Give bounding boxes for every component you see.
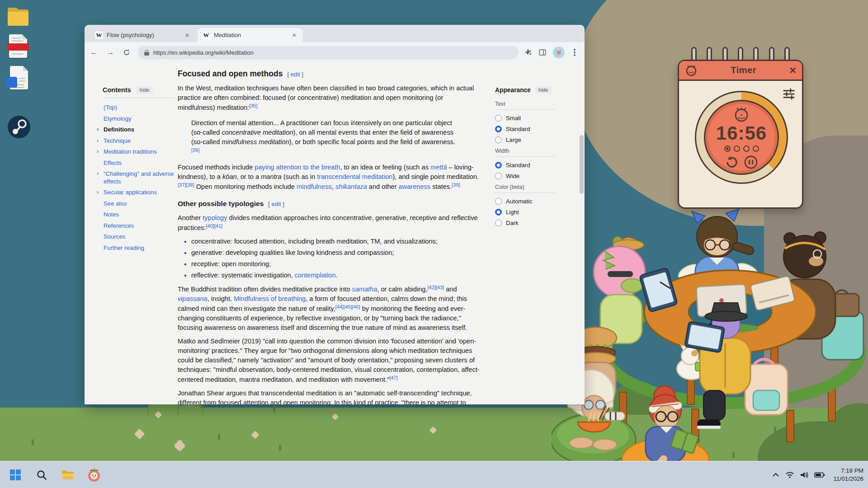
tab-close-icon[interactable]: × xyxy=(290,31,298,39)
radio-icon[interactable] xyxy=(495,115,502,122)
article-link[interactable]: contemplation xyxy=(295,272,336,279)
wifi-icon[interactable] xyxy=(785,471,794,479)
toc-expand-icon[interactable]: › xyxy=(97,188,99,196)
toc-expand-icon[interactable]: › xyxy=(97,137,99,144)
desktop-icon-document[interactable] xyxy=(10,66,28,89)
reference-link[interactable]: [35] xyxy=(249,103,257,108)
article-link[interactable]: Mindfulness of breathing xyxy=(234,295,306,302)
radio-label: Dark xyxy=(506,220,519,226)
edit-link[interactable]: [ edit ] xyxy=(268,201,284,207)
timer-title: Timer xyxy=(698,65,789,75)
desktop-icon-folder[interactable] xyxy=(8,8,28,26)
tab-meditation[interactable]: W Meditation × xyxy=(198,28,303,42)
radio-selected-icon[interactable] xyxy=(495,126,502,132)
radio-option[interactable]: Large xyxy=(495,134,556,145)
radio-option[interactable]: Small xyxy=(495,113,556,123)
radio-selected-icon[interactable] xyxy=(495,162,502,169)
timer-header[interactable]: Timer ✕ xyxy=(679,61,802,81)
timer-settings-icon[interactable] xyxy=(782,87,796,101)
article-link[interactable]: edit xyxy=(291,71,300,78)
browser-menu-icon[interactable] xyxy=(574,52,576,53)
article-link[interactable]: transcendental meditation xyxy=(317,173,392,180)
toc-item[interactable]: (Top) xyxy=(103,102,175,113)
article-link[interactable]: mindfulness xyxy=(297,183,332,190)
article-link[interactable]: typology xyxy=(203,214,227,221)
page-scrollbar[interactable] xyxy=(580,135,584,194)
paragraph: Focused methods include paying attention… xyxy=(178,163,482,192)
toc-item[interactable]: ›Meditation traditions xyxy=(103,146,175,158)
volume-icon[interactable] xyxy=(800,471,809,479)
appearance-hide-button[interactable]: hide xyxy=(535,86,552,94)
browser-window: W Flow (psychology) × W Meditation × ← →… xyxy=(85,25,585,404)
toc-item[interactable]: References xyxy=(103,221,175,232)
radio-option[interactable]: Dark xyxy=(495,217,556,228)
edit-link[interactable]: [ edit ] xyxy=(287,71,303,78)
reference-link[interactable]: [36] xyxy=(191,147,199,153)
toc-expand-icon[interactable]: › xyxy=(97,126,99,133)
radio-option[interactable]: Wide xyxy=(495,170,556,181)
toc-expand-icon[interactable]: › xyxy=(97,170,99,177)
article-link[interactable]: mettā xyxy=(430,164,447,171)
tray-chevron-up-icon[interactable] xyxy=(772,472,780,478)
radio-option[interactable]: Light xyxy=(495,206,556,217)
radio-selected-icon[interactable] xyxy=(495,209,502,216)
tab-close-icon[interactable]: × xyxy=(183,31,191,39)
toc-expand-icon[interactable]: › xyxy=(97,148,99,155)
text-segment: mindfulness meditation xyxy=(222,138,289,145)
paragraph: Another typology divides meditation appr… xyxy=(178,213,482,233)
contents-hide-button[interactable]: hide xyxy=(137,86,153,94)
taskbar-clock[interactable]: 7:18 PM 11/01/2026 xyxy=(830,467,863,483)
side-panel-icon[interactable] xyxy=(538,48,547,56)
reference-link[interactable]: [44][45][46] xyxy=(335,304,360,310)
desktop-icon-pdf[interactable] xyxy=(9,34,27,58)
reference-link[interactable]: [37][38] xyxy=(178,182,194,188)
timer-pause-button[interactable] xyxy=(744,155,758,169)
toc-item[interactable]: Notes xyxy=(103,209,175,221)
reference-link[interactable]: [40][41] xyxy=(206,223,222,229)
reference-link[interactable]: [42][43] xyxy=(427,285,444,290)
bullet-item: generative: developing qualities like lo… xyxy=(191,248,482,258)
tab-flow-psychology[interactable]: W Flow (psychology) × xyxy=(90,28,196,42)
start-button[interactable] xyxy=(7,467,24,483)
radio-option[interactable]: Standard xyxy=(495,160,556,170)
article-link[interactable]: awareness xyxy=(399,183,431,190)
toc-item[interactable]: ›Technique xyxy=(103,136,175,147)
article-link[interactable]: paying attention to the breath xyxy=(255,164,340,171)
extensions-icon[interactable] xyxy=(524,48,532,56)
address-bar[interactable]: https://en.wikipedia.org/wiki/Meditation xyxy=(138,46,519,59)
desktop-icon-steam[interactable] xyxy=(7,115,31,139)
toc-item[interactable]: Further reading xyxy=(103,243,175,254)
reference-link[interactable]: [47] xyxy=(389,375,397,380)
tomato-timer-app-button[interactable] xyxy=(86,467,102,483)
battery-icon[interactable] xyxy=(814,472,825,478)
toc-item[interactable]: ›Secular applications xyxy=(103,187,175,198)
toc-item[interactable]: ›"Challenging" and adverse effects xyxy=(103,169,175,187)
toc-item[interactable]: See also xyxy=(103,198,175,210)
reload-button[interactable] xyxy=(120,46,133,59)
reference-link[interactable]: [39] xyxy=(452,182,460,188)
profile-avatar[interactable] xyxy=(553,47,565,58)
toc-item-label: Sources xyxy=(104,233,125,240)
article-link[interactable]: samatha xyxy=(352,286,377,293)
text-segment: concentrative: focused attention, includ… xyxy=(191,238,438,245)
toc-item[interactable]: Etymology xyxy=(103,113,175,125)
radio-option[interactable]: Automatic xyxy=(495,196,556,206)
timer-close-icon[interactable]: ✕ xyxy=(789,65,797,76)
article-link[interactable]: vipassana xyxy=(178,295,208,302)
file-explorer-button[interactable] xyxy=(60,467,76,483)
radio-icon[interactable] xyxy=(495,136,502,143)
radio-icon[interactable] xyxy=(495,220,502,226)
radio-option[interactable]: Standard xyxy=(495,123,556,134)
article-link[interactable]: edit xyxy=(272,201,281,207)
back-button[interactable]: ← xyxy=(87,46,101,59)
radio-icon[interactable] xyxy=(495,173,502,179)
radio-icon[interactable] xyxy=(495,198,502,205)
toc-item[interactable]: ›Definitions xyxy=(103,124,175,136)
article-link[interactable]: shikantaza xyxy=(335,183,367,190)
toc-item[interactable]: Effects xyxy=(103,158,175,169)
blockquote: Direction of mental attention... A pract… xyxy=(191,118,459,157)
forward-button[interactable]: → xyxy=(104,46,117,59)
timer-reset-button[interactable] xyxy=(725,155,738,169)
search-button[interactable] xyxy=(33,467,50,483)
toc-item[interactable]: Sources xyxy=(103,231,175,243)
